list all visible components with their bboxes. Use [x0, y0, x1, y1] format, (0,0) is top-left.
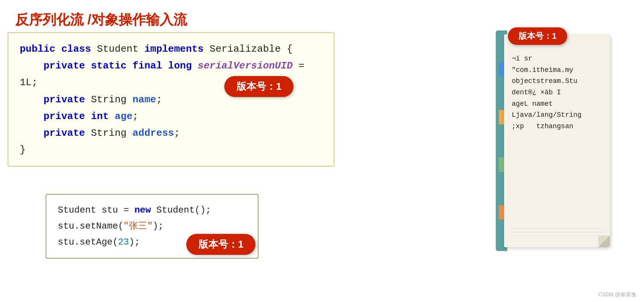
field-name: name — [132, 94, 156, 105]
classname-student: Student — [97, 43, 144, 55]
nb-line-6: Ljava/lang/String — [512, 110, 604, 121]
field-age: age — [115, 111, 133, 122]
nb-line-2: "com.itheima.my — [512, 65, 604, 76]
keyword-private4: private — [43, 127, 91, 139]
code-line-6: } — [20, 141, 322, 158]
keyword-static: static — [91, 60, 132, 72]
keyword-int: int — [91, 111, 114, 122]
nb-line-7: ;xp tzhangsan — [512, 121, 604, 132]
number-23: 23 — [118, 237, 129, 247]
badge-version-notebook: 版本号：1 — [508, 27, 567, 45]
keyword-public: public — [20, 43, 61, 55]
field-serialversionuid: serialVersionUID — [198, 60, 293, 72]
bottom-code-line-1: Student stu = new Student(); — [58, 202, 246, 218]
nb-line-1: ¬í sr — [512, 53, 604, 65]
code-line-4: private int age; — [20, 108, 322, 125]
notebook: 版本号：1 ¬í sr "com.itheima.my objectstream… — [496, 30, 606, 251]
code-line-1: public class Student implements Serializ… — [20, 41, 322, 57]
code-box-top: public class Student implements Serializ… — [8, 32, 335, 167]
nb-line-5: ageL namet — [512, 99, 604, 110]
page-title: 反序列化流 /对象操作输入流 — [15, 11, 187, 29]
nb-line-4: dent®¿ ×àb I — [512, 87, 604, 99]
keyword-implements: implements — [144, 43, 210, 55]
string-zhangsan: "张三" — [124, 221, 153, 231]
keyword-new: new — [135, 205, 157, 215]
badge-version-top: 版本号：1 — [224, 76, 293, 97]
notebook-content: ¬í sr "com.itheima.my objectstream.Stu d… — [504, 34, 610, 138]
badge-version-bottom: 版本号：1 — [186, 234, 255, 255]
nb-line-3: objectstream.Stu — [512, 76, 604, 87]
keyword-class: class — [61, 43, 97, 55]
code-line-5: private String address; — [20, 125, 322, 141]
interface-serializable: Serializable { — [209, 43, 292, 55]
notebook-lines — [512, 229, 606, 236]
field-address: address — [132, 127, 174, 139]
bottom-code-line-2: stu.setName("张三"); — [58, 218, 246, 234]
keyword-private3: private — [43, 111, 91, 122]
page-curl — [598, 236, 610, 247]
keyword-final: final — [132, 60, 168, 72]
keyword-private: private — [43, 60, 91, 72]
keyword-private2: private — [43, 94, 91, 105]
keyword-long: long — [168, 60, 198, 72]
notebook-pages: 版本号：1 ¬í sr "com.itheima.my objectstream… — [504, 34, 610, 247]
watermark: CSDN @秦慕逸 — [598, 291, 636, 298]
